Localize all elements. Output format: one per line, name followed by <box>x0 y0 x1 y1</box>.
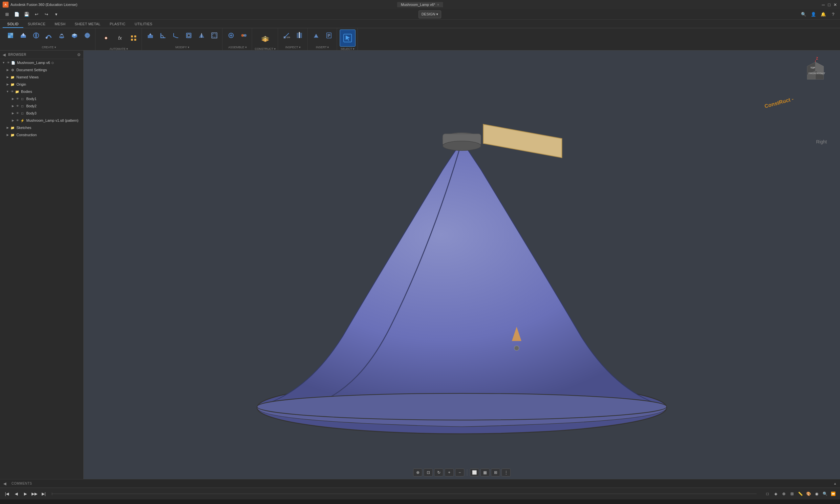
tree-item-body3[interactable]: ▶ 👁 □ Body3 <box>0 110 83 117</box>
tab-sheet-metal[interactable]: SHEET METAL <box>70 21 105 28</box>
bottom-render-button[interactable]: ◉ <box>813 490 820 498</box>
tab-surface[interactable]: SURFACE <box>23 21 50 28</box>
insert-svg-button[interactable] <box>323 30 335 41</box>
grid-button[interactable]: ⊞ <box>491 469 500 476</box>
tree-item-bodies[interactable]: ▼ 👁 📁 Bodies <box>0 88 83 95</box>
joint-button[interactable] <box>238 30 250 41</box>
next-frame-button[interactable]: ▶▶ <box>31 490 38 498</box>
tab-utilities[interactable]: UTILITIES <box>130 21 157 28</box>
insert-mesh-button[interactable] <box>310 30 322 41</box>
save-button[interactable]: 💾 <box>22 11 31 18</box>
bottom-section-button[interactable]: ⊞ <box>788 490 796 498</box>
eye-icon-pattern[interactable]: 👁 <box>15 118 20 123</box>
design-workspace-dropdown[interactable]: DESIGN ▾ <box>418 11 441 18</box>
box-button[interactable] <box>69 30 81 41</box>
home-view-button[interactable]: ⊕ <box>413 469 423 476</box>
eye-icon-root[interactable]: 👁 <box>6 60 11 65</box>
tab-title: Mushroom_Lamp v6* <box>401 3 435 6</box>
tab-plastic[interactable]: PLASTIC <box>105 21 130 28</box>
design-workspace-label: DESIGN ▾ <box>422 12 438 16</box>
view-cube-button[interactable]: ⬜ <box>470 469 479 476</box>
bottom-material-button[interactable]: 🎨 <box>805 490 812 498</box>
select-button[interactable] <box>340 30 356 47</box>
eye-icon-body3[interactable]: 👁 <box>15 111 20 115</box>
bottom-joint-button[interactable]: ⊕ <box>780 490 787 498</box>
bottom-animation-button[interactable]: ⏩ <box>829 490 837 498</box>
tree-item-root[interactable]: ▼ 👁 📄 Mushroom_Lamp v6 ⊙ <box>0 59 83 66</box>
maximize-button[interactable]: □ <box>827 2 832 7</box>
fillet-button[interactable] <box>157 30 169 41</box>
zoom-in-button[interactable]: + <box>445 469 454 476</box>
bottom-select-box-button[interactable]: □ <box>764 490 771 498</box>
tree-item-named-views[interactable]: ▶ 📁 Named Views <box>0 73 83 81</box>
eye-icon-bodies[interactable]: 👁 <box>10 89 15 94</box>
tree-item-doc-settings[interactable]: ▶ ⚙ Document Settings <box>0 66 83 73</box>
offset-plane-button[interactable] <box>257 30 273 47</box>
notifications-button[interactable]: 🔔 <box>819 11 827 18</box>
zoom-out-button[interactable]: − <box>455 469 464 476</box>
browser-settings-button[interactable]: ⚙ <box>77 53 81 57</box>
measure-button[interactable]: cm <box>281 30 292 41</box>
comments-expand-button[interactable]: ▲ <box>834 482 837 485</box>
tree-item-construction[interactable]: ▶ 📁 Construction <box>0 131 83 139</box>
comments-collapse-button[interactable]: ◀ <box>3 481 6 486</box>
tree-item-pattern[interactable]: ▶ 👁 ⚡ Mushroom_Lamp v1.stl (pattern) <box>0 117 83 124</box>
redo-button[interactable]: ↪ <box>42 11 51 18</box>
bottom-component-button[interactable]: ◈ <box>772 490 779 498</box>
grid-menu-button[interactable]: ⊞ <box>3 11 11 18</box>
undo-button[interactable]: ↩ <box>32 11 41 18</box>
last-frame-button[interactable]: ▶| <box>40 490 47 498</box>
window-controls: ─ □ ✕ <box>821 2 837 7</box>
draft-button[interactable] <box>196 30 208 41</box>
search-button[interactable]: 🔍 <box>799 11 808 18</box>
ribbon-tabs: SOLID SURFACE MESH SHEET METAL PLASTIC U… <box>0 20 840 28</box>
close-button[interactable]: ✕ <box>833 2 837 7</box>
fit-button[interactable]: ⊡ <box>424 469 433 476</box>
loft-button[interactable] <box>56 30 68 41</box>
chamfer-button[interactable] <box>170 30 182 41</box>
minimize-button[interactable]: ─ <box>821 2 825 7</box>
more-button[interactable]: ⋮ <box>502 469 511 476</box>
press-pull-button[interactable] <box>144 30 156 41</box>
shell-button[interactable] <box>183 30 195 41</box>
expand-icon-named-views: ▶ <box>5 75 10 79</box>
browser-header: ◀ BROWSER ⚙ <box>0 51 83 59</box>
tree-item-sketches[interactable]: ▶ 📁 Sketches <box>0 124 83 131</box>
add-ins-button[interactable] <box>128 32 140 44</box>
scale-button[interactable] <box>209 30 220 41</box>
tree-item-origin[interactable]: ▶ 📁 Origin <box>0 81 83 88</box>
section-analysis-button[interactable] <box>293 30 305 41</box>
display-settings-button[interactable]: ▦ <box>481 469 490 476</box>
svg-point-75 <box>514 346 519 351</box>
bottom-measure-button[interactable]: 📏 <box>797 490 804 498</box>
new-file-button[interactable]: 📄 <box>13 11 21 18</box>
formula-button[interactable]: fx <box>115 32 127 44</box>
new-component-button[interactable] <box>5 30 16 41</box>
first-frame-button[interactable]: |◀ <box>3 490 11 498</box>
orbit-button[interactable]: ↻ <box>434 469 444 476</box>
undo-dropdown[interactable]: ▾ <box>52 11 60 18</box>
help-button[interactable]: ? <box>829 11 837 18</box>
prev-frame-button[interactable]: ◀ <box>13 490 20 498</box>
revolve-button[interactable] <box>30 30 42 41</box>
tree-item-body2[interactable]: ▶ 👁 □ Body2 <box>0 102 83 110</box>
sphere-button[interactable] <box>82 30 93 41</box>
ribbon-group-insert: INSERT ▾ <box>308 28 337 50</box>
automate-button[interactable] <box>98 30 114 47</box>
extrude-button[interactable] <box>17 30 29 41</box>
close-tab-button[interactable]: × <box>437 3 439 6</box>
sweep-button[interactable] <box>43 30 55 41</box>
tab-solid[interactable]: SOLID <box>3 21 23 28</box>
tree-item-body1[interactable]: ▶ 👁 □ Body1 <box>0 95 83 102</box>
create-group-label: CREATE ▾ <box>42 46 56 49</box>
tab-mesh[interactable]: MESH <box>50 21 70 28</box>
viewport[interactable]: Z FRONT RIGHT TOP ConstRuct - Right <box>84 51 840 479</box>
bottom-inspect-button[interactable]: 🔍 <box>821 490 828 498</box>
profile-button[interactable]: 👤 <box>809 11 818 18</box>
document-tab[interactable]: Mushroom_Lamp v6* × <box>397 2 443 7</box>
play-button[interactable]: ▶ <box>22 490 29 498</box>
browser-collapse-button[interactable]: ◀ <box>3 53 5 57</box>
new-component-assemble-button[interactable] <box>225 30 237 41</box>
eye-icon-body2[interactable]: 👁 <box>15 104 20 108</box>
eye-icon-body1[interactable]: 👁 <box>15 96 20 101</box>
